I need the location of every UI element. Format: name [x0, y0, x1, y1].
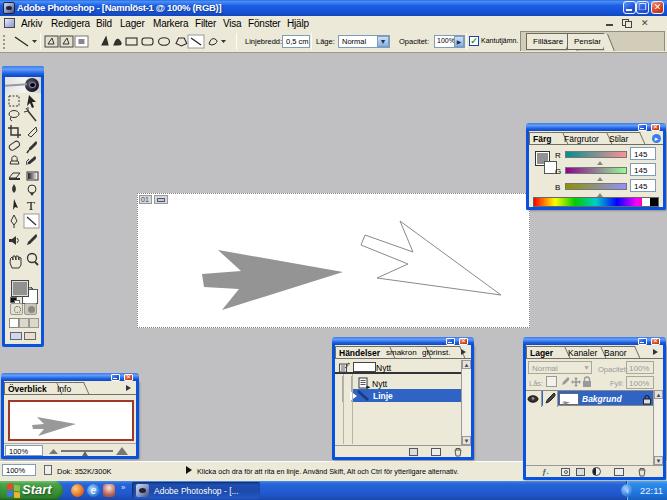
svg-text:T: T: [27, 198, 35, 213]
